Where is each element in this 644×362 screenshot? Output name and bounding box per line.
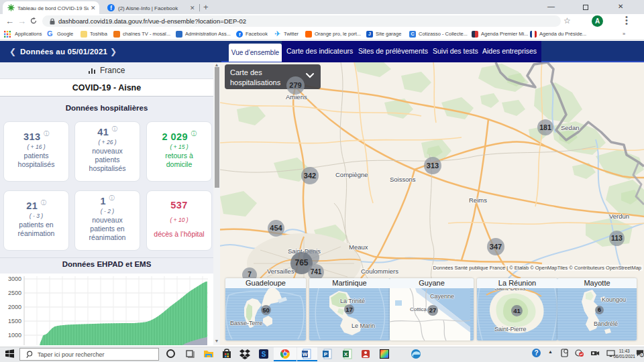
svg-text:X: X	[344, 351, 348, 357]
svg-text:3000: 3000	[8, 276, 21, 282]
svg-text:1000: 1000	[8, 332, 21, 339]
svg-text:P: P	[324, 351, 328, 357]
svg-text:W: W	[303, 351, 308, 357]
svg-text:1: 1	[641, 353, 643, 357]
svg-text:S: S	[262, 351, 266, 358]
svg-text:f: f	[110, 5, 112, 11]
svg-text:2000: 2000	[8, 304, 21, 310]
svg-text:1500: 1500	[8, 318, 21, 324]
svg-text:2500: 2500	[8, 290, 21, 296]
